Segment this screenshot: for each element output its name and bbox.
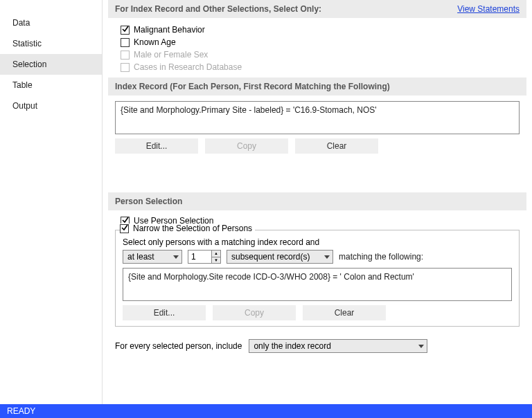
chevron-down-icon bbox=[418, 345, 424, 348]
person-buttons: Edit... Copy Clear bbox=[123, 305, 512, 320]
sidebar-item-label: Table bbox=[12, 80, 33, 90]
sidebar-item-data[interactable]: Data bbox=[0, 12, 102, 33]
checkbox-icon bbox=[121, 51, 130, 60]
index-clear-button[interactable]: Clear bbox=[295, 138, 378, 154]
record-select[interactable]: subsequent record(s) bbox=[227, 250, 333, 264]
check-cases-research-db: Cases in Research Database bbox=[121, 61, 526, 73]
spinner-buttons: ▲ ▼ bbox=[211, 250, 221, 264]
status-text: READY bbox=[7, 406, 35, 416]
checkbox-label: Malignant Behavior bbox=[134, 25, 205, 35]
sidebar-item-output[interactable]: Output bbox=[0, 96, 102, 116]
checkbox-label: Cases in Research Database bbox=[134, 62, 242, 72]
checkbox-icon bbox=[121, 63, 130, 72]
check-narrow-selection[interactable]: Narrow the Selection of Persons bbox=[120, 224, 255, 233]
chevron-down-icon bbox=[173, 255, 179, 259]
check-male-female-sex: Male or Female Sex bbox=[121, 48, 526, 61]
count-input[interactable] bbox=[188, 250, 211, 264]
checkbox-icon[interactable] bbox=[121, 26, 130, 35]
status-bar: READY bbox=[0, 404, 532, 418]
chevron-down-icon bbox=[324, 255, 330, 259]
sidebar-item-selection[interactable]: Selection bbox=[0, 54, 102, 75]
checkbox-label: Known Age bbox=[134, 37, 176, 47]
sidebar: Data Statistic Selection Table Output bbox=[0, 0, 103, 404]
check-malignant-behavior[interactable]: Malignant Behavior bbox=[121, 24, 526, 36]
check-known-age[interactable]: Known Age bbox=[121, 36, 526, 48]
person-clear-button[interactable]: Clear bbox=[303, 305, 386, 320]
index-buttons: Edit... Copy Clear bbox=[115, 138, 520, 154]
sidebar-item-statistic[interactable]: Statistic bbox=[0, 33, 102, 54]
include-select[interactable]: only the index record bbox=[249, 339, 427, 353]
person-expression-box[interactable]: {Site and Morphology.Site recode ICD-O-3… bbox=[123, 268, 512, 301]
content-panel: For Index Record and Other Selections, S… bbox=[103, 0, 532, 404]
quantifier-select[interactable]: at least bbox=[123, 250, 182, 264]
person-expression-text: {Site and Morphology.Site recode ICD-O-3… bbox=[128, 272, 414, 282]
checkbox-icon[interactable] bbox=[120, 224, 129, 233]
sidebar-item-label: Statistic bbox=[12, 39, 42, 48]
sidebar-item-label: Output bbox=[12, 101, 37, 111]
select-value: at least bbox=[127, 252, 154, 262]
checkbox-label: Male or Female Sex bbox=[134, 50, 208, 60]
index-expression-box[interactable]: {Site and Morphology.Primary Site - labe… bbox=[115, 101, 520, 134]
sidebar-item-label: Selection bbox=[12, 60, 46, 69]
spinner-up-icon[interactable]: ▲ bbox=[212, 251, 220, 257]
count-spinner[interactable]: ▲ ▼ bbox=[188, 250, 221, 264]
person-selection-header: Person Selection bbox=[108, 192, 526, 210]
index-record-header: Index Record (For Each Person, First Rec… bbox=[108, 78, 526, 96]
include-label: For every selected person, include bbox=[115, 341, 242, 351]
narrow-fieldset: Narrow the Selection of Persons Select o… bbox=[115, 230, 520, 327]
sidebar-item-table[interactable]: Table bbox=[0, 75, 102, 96]
index-select-header: For Index Record and Other Selections, S… bbox=[108, 0, 526, 18]
index-edit-button[interactable]: Edit... bbox=[115, 138, 198, 154]
checkbox-label: Narrow the Selection of Persons bbox=[133, 224, 252, 233]
spinner-down-icon[interactable]: ▼ bbox=[212, 257, 220, 264]
select-value: subsequent record(s) bbox=[231, 252, 310, 262]
index-copy-button: Copy bbox=[205, 138, 288, 154]
narrow-description: Select only persons with a matching inde… bbox=[123, 237, 512, 247]
view-statements-link[interactable]: View Statements bbox=[457, 4, 520, 14]
sidebar-item-label: Data bbox=[12, 18, 30, 28]
index-check-list: Malignant Behavior Known Age Male or Fem… bbox=[108, 18, 526, 76]
checkbox-icon[interactable] bbox=[121, 38, 130, 47]
matching-label: matching the following: bbox=[339, 252, 423, 262]
person-edit-button[interactable]: Edit... bbox=[123, 305, 206, 320]
select-value: only the index record bbox=[254, 341, 330, 351]
person-copy-button: Copy bbox=[213, 305, 296, 320]
criteria-row: at least ▲ ▼ subsequ bbox=[123, 250, 512, 264]
index-select-title: For Index Record and Other Selections, S… bbox=[115, 4, 321, 14]
index-expression-text: {Site and Morphology.Primary Site - labe… bbox=[121, 105, 377, 115]
include-row: For every selected person, include only … bbox=[108, 331, 526, 353]
